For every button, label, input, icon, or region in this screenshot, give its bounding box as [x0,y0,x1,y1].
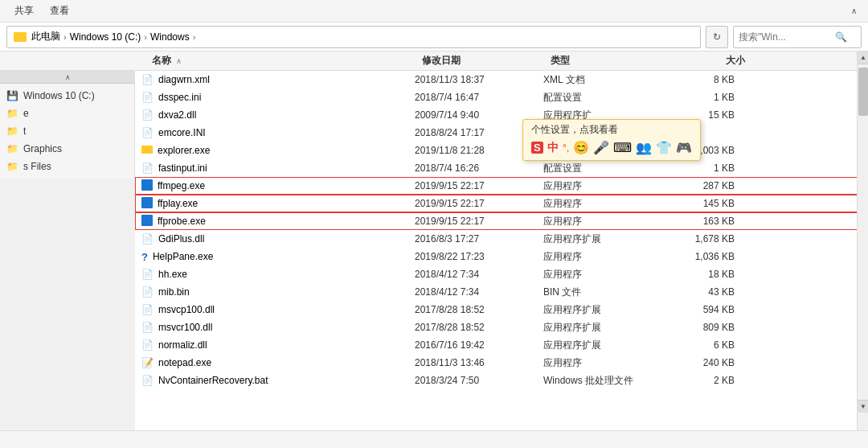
col-header-date[interactable]: 修改日期 [422,54,551,68]
file-type: XML 文档 [543,73,672,87]
table-row[interactable]: 📄 fastinput.ini 2018/7/4 16:26 配置设置 1 KB [135,159,868,177]
folder-icon: 📁 [6,108,18,119]
file-size: 145 KB [672,198,744,209]
breadcrumb-sep-3: › [193,32,196,42]
table-row[interactable]: ffprobe.exe 2019/9/15 22:17 应用程序 163 KB [135,212,868,230]
file-size: 1,036 KB [672,251,744,262]
table-row[interactable]: 📄 diagwrn.xml 2018/11/3 18:37 XML 文档 8 K… [135,71,868,88]
file-size: 163 KB [672,216,744,227]
table-row[interactable]: ? HelpPane.exe 2019/8/22 17:23 应用程序 1,03… [135,248,868,265]
table-row[interactable]: 📄 msvcp100.dll 2017/8/28 18:52 应用程序扩展 59… [135,301,868,319]
file-name-cell: 📄 normaliz.dll [141,339,415,351]
table-row[interactable]: 📄 dxva2.dll 2009/7/14 9:40 应用程序扩 15 KB [135,106,868,124]
sidebar-item-t[interactable]: 📁 t [0,122,134,140]
file-type: 应用程序扩展 [543,303,672,317]
col-header-size[interactable]: 大小 [679,54,751,68]
scrollbar-down-btn[interactable]: ▼ [858,400,868,413]
file-icon: 📝 [141,357,154,368]
sort-arrow-name: ∧ [176,57,182,65]
file-name: normaliz.dll [158,339,207,351]
left-panel: ∧ 💾 Windows 10 (C:) 📁 е 📁 t 📁 Graphics [0,71,135,448]
file-date: 2018/7/4 16:47 [415,92,543,103]
tooltip-icon-keyboard[interactable]: ⌨ [613,140,632,155]
tooltip-icon-mic[interactable]: 🎤 [593,140,609,155]
sidebar-item-e[interactable]: 📁 е [0,105,134,122]
scrollbar-thumb[interactable] [858,68,868,116]
file-list: 📄 diagwrn.xml 2018/11/3 18:37 XML 文档 8 K… [135,71,868,448]
file-name: GdiPlus.dll [158,233,204,245]
folder-icon-graphics: 📁 [6,143,18,154]
file-name: ffplay.exe [158,198,198,209]
file-date: 2019/9/15 22:17 [415,216,543,227]
view-button[interactable]: 查看 [42,2,77,19]
tooltip-icons: S 中 °, 😊 🎤 ⌨ 👥 👕 🎮 [531,140,692,155]
file-name-cell: 📄 msvcp100.dll [141,304,415,315]
sidebar-item-graphics-label: Graphics [23,143,62,154]
file-date: 2019/9/15 22:17 [415,180,543,191]
tooltip-icon-zh[interactable]: 中 [547,141,559,155]
tooltip-icon-emoji[interactable]: 😊 [573,140,589,155]
search-icon[interactable]: 🔍 [835,31,847,43]
file-date: 2018/11/3 13:46 [415,357,543,368]
file-name-cell: 📄 dsspec.ini [141,92,415,103]
col-header-name[interactable]: 名称 ∧ [149,54,422,68]
table-row[interactable]: 📄 NvContainerRecovery.bat 2018/3/24 7:50… [135,372,868,389]
tooltip-icon-people[interactable]: 👥 [636,140,652,155]
table-row[interactable]: 📄 emcore.INI 2018/8/24 17:17 配置设置 [135,124,868,142]
sidebar-item-drive-label: Windows 10 (C:) [23,90,95,101]
table-row[interactable]: 📄 hh.exe 2018/4/12 7:34 应用程序 18 KB [135,265,868,283]
sidebar-item-graphics[interactable]: 📁 Graphics [0,140,134,158]
file-name-cell: 📄 msvcr100.dll [141,322,415,333]
scrollbar-up-btn[interactable]: ▲ [858,51,868,64]
file-date: 2018/4/12 7:34 [415,269,543,280]
file-icon: 📄 [141,286,154,298]
table-row[interactable]: ffplay.exe 2019/9/15 22:17 应用程序 145 KB [135,195,868,212]
tooltip-box: 个性设置，点我看看 S 中 °, 😊 🎤 ⌨ 👥 👕 🎮 [522,119,701,161]
table-row[interactable]: 📝 notepad.exe 2018/11/3 13:46 应用程序 240 K… [135,354,868,372]
file-icon: 📄 [141,109,154,121]
sidebar-item-files[interactable]: 📁 s Files [0,158,134,175]
tooltip-icon-shirt[interactable]: 👕 [656,140,672,155]
file-size: 1 KB [672,92,744,103]
breadcrumb[interactable]: 此电脑 › Windows 10 (C:) › Windows › [6,26,701,48]
file-name: hh.exe [158,269,187,280]
file-type: 应用程序 [543,179,672,193]
file-name: emcore.INI [158,127,206,138]
sidebar-item-drive[interactable]: 💾 Windows 10 (C:) [0,87,134,105]
file-icon [141,179,153,193]
col-header-type[interactable]: 类型 [551,54,679,68]
search-box[interactable]: 🔍 [733,26,862,48]
status-bar [0,430,868,448]
table-row[interactable]: 📄 msvcr100.dll 2017/8/28 18:52 应用程序扩展 80… [135,319,868,336]
file-size: 594 KB [672,304,744,315]
breadcrumb-drive: Windows 10 (C:) [70,31,141,43]
file-icon [141,215,153,228]
sidebar-item-files-label: s Files [23,161,51,172]
refresh-button[interactable]: ↻ [706,26,728,48]
table-row[interactable]: ffmpeg.exe 2019/9/15 22:17 应用程序 287 KB [135,177,868,195]
main-layout: ∧ 💾 Windows 10 (C:) 📁 е 📁 t 📁 Graphics [0,71,868,448]
file-type: Windows 批处理文件 [543,374,672,388]
tooltip-icon-game[interactable]: 🎮 [676,140,692,155]
file-icon: 📄 [141,233,154,245]
table-row[interactable]: 📄 mib.bin 2018/4/12 7:34 BIN 文件 43 KB [135,283,868,301]
table-row[interactable]: 📄 GdiPlus.dll 2016/8/3 17:27 应用程序扩展 1,67… [135,230,868,248]
tooltip-icon-dot[interactable]: °, [563,142,570,154]
file-size: 809 KB [672,322,744,333]
collapse-button[interactable]: ∧ [845,3,862,19]
share-button[interactable]: 共享 [6,2,42,19]
table-row[interactable]: 📄 dsspec.ini 2018/7/4 16:47 配置设置 1 KB [135,88,868,106]
file-name: msvcp100.dll [158,304,215,315]
sidebar-scroll-up[interactable]: ∧ [0,71,135,84]
file-size: 18 KB [672,269,744,280]
file-date: 2017/8/28 18:52 [415,304,543,315]
table-row[interactable]: explorer.exe 2019/11/8 21:28 应用程序 4,003 … [135,142,868,159]
file-type: 应用程序 [543,197,672,211]
file-name: ffprobe.exe [158,216,206,227]
file-name: NvContainerRecovery.bat [158,375,268,386]
search-input[interactable] [739,31,835,43]
table-row[interactable]: 📄 normaliz.dll 2016/7/16 19:42 应用程序扩展 6 … [135,336,868,354]
tooltip-icon-s[interactable]: S [531,142,543,154]
file-name-cell: 📄 GdiPlus.dll [141,233,415,245]
breadcrumb-this-pc: 此电脑 [31,30,60,43]
